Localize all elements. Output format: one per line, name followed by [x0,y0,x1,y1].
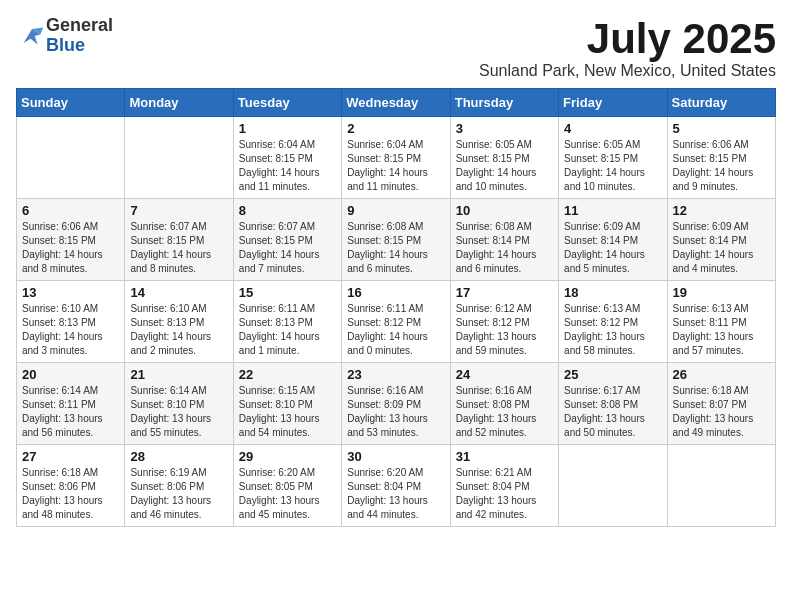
calendar-day-26: 26Sunrise: 6:18 AMSunset: 8:07 PMDayligh… [667,363,775,445]
day-number: 23 [347,367,444,382]
calendar-week-4: 20Sunrise: 6:14 AMSunset: 8:11 PMDayligh… [17,363,776,445]
day-info: Sunrise: 6:13 AMSunset: 8:12 PMDaylight:… [564,302,661,358]
calendar-day-31: 31Sunrise: 6:21 AMSunset: 8:04 PMDayligh… [450,445,558,527]
day-number: 21 [130,367,227,382]
weekday-header-saturday: Saturday [667,89,775,117]
empty-cell [17,117,125,199]
day-info: Sunrise: 6:07 AMSunset: 8:15 PMDaylight:… [239,220,336,276]
calendar-day-18: 18Sunrise: 6:13 AMSunset: 8:12 PMDayligh… [559,281,667,363]
calendar-day-5: 5Sunrise: 6:06 AMSunset: 8:15 PMDaylight… [667,117,775,199]
day-info: Sunrise: 6:14 AMSunset: 8:11 PMDaylight:… [22,384,119,440]
day-number: 7 [130,203,227,218]
day-info: Sunrise: 6:16 AMSunset: 8:08 PMDaylight:… [456,384,553,440]
day-info: Sunrise: 6:04 AMSunset: 8:15 PMDaylight:… [347,138,444,194]
day-info: Sunrise: 6:14 AMSunset: 8:10 PMDaylight:… [130,384,227,440]
day-number: 9 [347,203,444,218]
weekday-header-thursday: Thursday [450,89,558,117]
day-number: 25 [564,367,661,382]
calendar-day-1: 1Sunrise: 6:04 AMSunset: 8:15 PMDaylight… [233,117,341,199]
day-info: Sunrise: 6:19 AMSunset: 8:06 PMDaylight:… [130,466,227,522]
calendar-day-19: 19Sunrise: 6:13 AMSunset: 8:11 PMDayligh… [667,281,775,363]
calendar-day-24: 24Sunrise: 6:16 AMSunset: 8:08 PMDayligh… [450,363,558,445]
day-info: Sunrise: 6:13 AMSunset: 8:11 PMDaylight:… [673,302,770,358]
calendar-day-12: 12Sunrise: 6:09 AMSunset: 8:14 PMDayligh… [667,199,775,281]
day-number: 19 [673,285,770,300]
day-info: Sunrise: 6:20 AMSunset: 8:04 PMDaylight:… [347,466,444,522]
calendar-day-13: 13Sunrise: 6:10 AMSunset: 8:13 PMDayligh… [17,281,125,363]
calendar-day-10: 10Sunrise: 6:08 AMSunset: 8:14 PMDayligh… [450,199,558,281]
day-number: 12 [673,203,770,218]
title-block: July 2025 Sunland Park, New Mexico, Unit… [479,16,776,80]
day-info: Sunrise: 6:18 AMSunset: 8:07 PMDaylight:… [673,384,770,440]
day-info: Sunrise: 6:09 AMSunset: 8:14 PMDaylight:… [564,220,661,276]
day-number: 15 [239,285,336,300]
calendar-day-29: 29Sunrise: 6:20 AMSunset: 8:05 PMDayligh… [233,445,341,527]
logo-icon [18,22,46,50]
day-number: 14 [130,285,227,300]
weekday-header-monday: Monday [125,89,233,117]
day-number: 20 [22,367,119,382]
page-header: General Blue July 2025 Sunland Park, New… [16,16,776,80]
day-info: Sunrise: 6:20 AMSunset: 8:05 PMDaylight:… [239,466,336,522]
weekday-header-row: SundayMondayTuesdayWednesdayThursdayFrid… [17,89,776,117]
day-number: 27 [22,449,119,464]
day-number: 24 [456,367,553,382]
day-info: Sunrise: 6:08 AMSunset: 8:14 PMDaylight:… [456,220,553,276]
calendar-day-17: 17Sunrise: 6:12 AMSunset: 8:12 PMDayligh… [450,281,558,363]
calendar-week-2: 6Sunrise: 6:06 AMSunset: 8:15 PMDaylight… [17,199,776,281]
calendar-day-8: 8Sunrise: 6:07 AMSunset: 8:15 PMDaylight… [233,199,341,281]
day-info: Sunrise: 6:11 AMSunset: 8:13 PMDaylight:… [239,302,336,358]
calendar-week-1: 1Sunrise: 6:04 AMSunset: 8:15 PMDaylight… [17,117,776,199]
calendar-table: SundayMondayTuesdayWednesdayThursdayFrid… [16,88,776,527]
calendar-day-23: 23Sunrise: 6:16 AMSunset: 8:09 PMDayligh… [342,363,450,445]
calendar-day-30: 30Sunrise: 6:20 AMSunset: 8:04 PMDayligh… [342,445,450,527]
calendar-day-16: 16Sunrise: 6:11 AMSunset: 8:12 PMDayligh… [342,281,450,363]
empty-cell [125,117,233,199]
calendar-day-20: 20Sunrise: 6:14 AMSunset: 8:11 PMDayligh… [17,363,125,445]
calendar-day-25: 25Sunrise: 6:17 AMSunset: 8:08 PMDayligh… [559,363,667,445]
calendar-day-3: 3Sunrise: 6:05 AMSunset: 8:15 PMDaylight… [450,117,558,199]
day-info: Sunrise: 6:10 AMSunset: 8:13 PMDaylight:… [22,302,119,358]
calendar-day-11: 11Sunrise: 6:09 AMSunset: 8:14 PMDayligh… [559,199,667,281]
empty-cell [559,445,667,527]
day-info: Sunrise: 6:06 AMSunset: 8:15 PMDaylight:… [22,220,119,276]
day-info: Sunrise: 6:05 AMSunset: 8:15 PMDaylight:… [564,138,661,194]
empty-cell [667,445,775,527]
month-title: July 2025 [479,16,776,62]
day-number: 8 [239,203,336,218]
calendar-week-3: 13Sunrise: 6:10 AMSunset: 8:13 PMDayligh… [17,281,776,363]
calendar-day-28: 28Sunrise: 6:19 AMSunset: 8:06 PMDayligh… [125,445,233,527]
day-info: Sunrise: 6:21 AMSunset: 8:04 PMDaylight:… [456,466,553,522]
logo-general-text: General [46,15,113,35]
day-number: 18 [564,285,661,300]
weekday-header-wednesday: Wednesday [342,89,450,117]
location-title: Sunland Park, New Mexico, United States [479,62,776,80]
day-number: 2 [347,121,444,136]
day-number: 11 [564,203,661,218]
weekday-header-tuesday: Tuesday [233,89,341,117]
day-info: Sunrise: 6:12 AMSunset: 8:12 PMDaylight:… [456,302,553,358]
calendar-day-22: 22Sunrise: 6:15 AMSunset: 8:10 PMDayligh… [233,363,341,445]
day-number: 1 [239,121,336,136]
calendar-day-14: 14Sunrise: 6:10 AMSunset: 8:13 PMDayligh… [125,281,233,363]
day-info: Sunrise: 6:05 AMSunset: 8:15 PMDaylight:… [456,138,553,194]
calendar-day-15: 15Sunrise: 6:11 AMSunset: 8:13 PMDayligh… [233,281,341,363]
day-info: Sunrise: 6:08 AMSunset: 8:15 PMDaylight:… [347,220,444,276]
day-number: 17 [456,285,553,300]
calendar-day-7: 7Sunrise: 6:07 AMSunset: 8:15 PMDaylight… [125,199,233,281]
weekday-header-friday: Friday [559,89,667,117]
day-number: 26 [673,367,770,382]
day-number: 31 [456,449,553,464]
day-info: Sunrise: 6:17 AMSunset: 8:08 PMDaylight:… [564,384,661,440]
day-number: 30 [347,449,444,464]
logo: General Blue [16,16,113,56]
day-info: Sunrise: 6:04 AMSunset: 8:15 PMDaylight:… [239,138,336,194]
day-info: Sunrise: 6:10 AMSunset: 8:13 PMDaylight:… [130,302,227,358]
calendar-day-9: 9Sunrise: 6:08 AMSunset: 8:15 PMDaylight… [342,199,450,281]
day-number: 10 [456,203,553,218]
day-info: Sunrise: 6:15 AMSunset: 8:10 PMDaylight:… [239,384,336,440]
day-info: Sunrise: 6:06 AMSunset: 8:15 PMDaylight:… [673,138,770,194]
calendar-day-21: 21Sunrise: 6:14 AMSunset: 8:10 PMDayligh… [125,363,233,445]
logo-blue-text: Blue [46,35,85,55]
calendar-day-6: 6Sunrise: 6:06 AMSunset: 8:15 PMDaylight… [17,199,125,281]
